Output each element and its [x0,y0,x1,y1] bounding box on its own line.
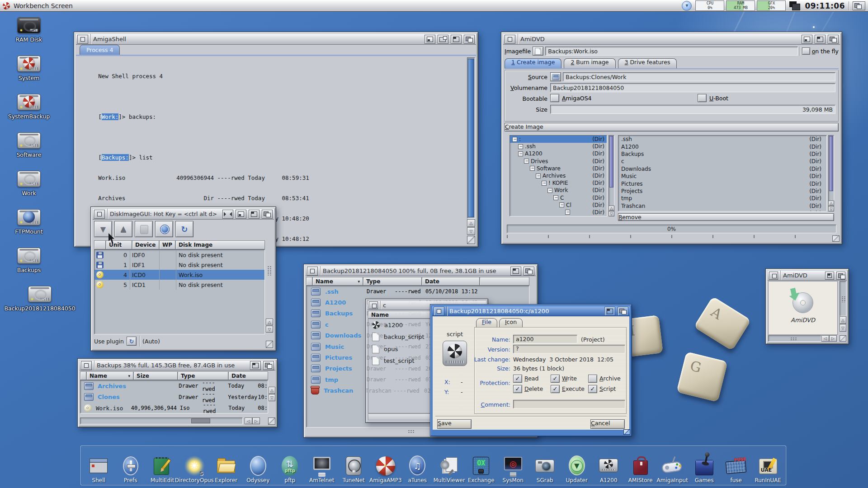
protection-checkbox[interactable]: ✓ [551,375,560,383]
device-row[interactable]: 1 IDF1 No disk present [94,260,264,270]
column-size[interactable]: Size [133,371,178,380]
device-row[interactable]: 5 ICD1 No disk present [94,280,264,290]
commodity-dropdown-icon[interactable]: ▼ [682,1,692,11]
dock-item[interactable]: ☀ 5 DirectoryOpus [179,455,210,483]
resize-gadget[interactable] [266,341,273,348]
snapshot-gadget[interactable] [222,210,233,219]
depth-gadget[interactable] [524,267,534,276]
file-list-row[interactable]: Music (Dir) [618,173,826,180]
dock-item[interactable]: ◎ SysMon [497,455,528,483]
file-list-row[interactable]: Backups (Dir) [618,150,826,158]
zoom-gadget[interactable] [249,210,259,219]
protection-checkbox[interactable]: ✓ [551,385,560,393]
screen-depth-icon[interactable] [789,1,801,10]
remove-button[interactable]: Remove [618,213,834,221]
list-scroll-down[interactable]: ▽ [828,206,834,211]
list-vscrollbar[interactable] [828,135,834,211]
dock-item[interactable]: A1200 [593,455,624,483]
dock-item[interactable]: TuneNet [338,455,369,483]
tree-expand-icon[interactable]: − [530,166,535,171]
scroll-down-button[interactable]: ▽ [467,227,475,235]
tree-expand-icon[interactable]: − [536,174,541,178]
resize-gadget[interactable] [623,429,630,435]
scroll-right-button[interactable]: ▷ [829,335,837,342]
protection-checkbox[interactable]: ✓ [513,375,522,383]
dock-item[interactable]: ▼ Updater [561,455,592,483]
protection-checkbox[interactable]: ✓ [588,375,597,383]
column-wp[interactable]: WP [159,240,175,249]
tree-row[interactable]: − C (Dir) [510,194,607,202]
dock-item[interactable]: Games [689,455,720,483]
dock-item[interactable]: Shell [83,455,114,483]
zoom-gadget[interactable] [815,35,826,44]
column-date[interactable]: Date [228,371,268,380]
backup-titlebar[interactable]: Backup20181218084050 100% full, 0B free,… [306,266,536,276]
vscrollbar[interactable] [840,281,846,316]
dock-item[interactable]: OX Exchange [466,455,497,483]
file-row[interactable]: Archives Drawer ----rwed Today 08: [80,380,268,392]
column-device[interactable]: Device [132,240,159,249]
desktop-disk-icon[interactable]: Work [4,171,54,209]
iconify-gadget[interactable] [236,210,246,219]
file-list-row[interactable]: .ssh (Dir) [618,136,826,143]
toolbar-button[interactable]: ↻ [175,221,193,237]
close-gadget[interactable] [369,301,378,309]
tree-vscrollbar[interactable] [609,135,614,216]
scroll-down-button[interactable]: ▽ [269,394,275,401]
tree-scroll-up[interactable]: △ [609,206,614,211]
close-gadget[interactable] [81,361,92,370]
desktop-disk-icon[interactable]: FTPMount [4,209,54,248]
tree-expand-icon[interactable]: − [518,144,523,149]
depth-gadget[interactable] [618,307,628,316]
bootable-amigaos4-checkbox[interactable]: ✓ [550,94,559,102]
file-list-row[interactable]: Downloads (Dir) [618,165,826,173]
bootable-uboot-checkbox[interactable]: ✓ [698,94,707,102]
desktop-disk-icon[interactable]: Software [4,132,54,171]
amidvd-tab[interactable]: 3 Drive features [618,58,677,68]
depth-gadget[interactable] [464,35,475,44]
file-row[interactable]: .ssh Drawer ----rwed 05/10/2018 13:12 [307,286,529,297]
close-gadget[interactable] [769,272,778,280]
dock-item[interactable]: AmTelnet [306,455,337,483]
resize-gadget[interactable] [832,235,840,242]
tree-row[interactable]: − (Dir) [510,209,607,216]
file-list-row[interactable]: Pictures (Dir) [618,180,826,187]
tree-expand-icon[interactable]: − [547,188,552,193]
column-unit[interactable]: Unit [106,240,132,249]
version-field[interactable]: ? [513,345,625,353]
file-list-row[interactable]: Trashcan (Dir) [618,202,826,210]
hscrollbar[interactable] [768,335,821,342]
zoom-gadget[interactable] [825,272,834,280]
imagefile-picker-button[interactable] [533,47,543,56]
dock-item[interactable]: MultiEdit [147,455,178,483]
amidvd-drawer-titlebar[interactable]: AmiDVD [768,271,847,281]
scroll-up-button[interactable]: △ [840,316,846,324]
right-border-grip[interactable] [267,266,272,276]
resize-gadget[interactable] [840,335,846,342]
scroll-right-button[interactable]: ▷ [252,418,260,424]
amidvd-titlebar[interactable]: AmiDVD [503,34,840,45]
device-list[interactable]: 0 IDF0 No disk present 1 IDF1 No disk pr… [94,249,265,334]
comment-field[interactable] [513,400,625,408]
backups-file-list[interactable]: Archives Drawer ----rwed Today 08: Clone… [80,380,268,413]
device-row[interactable]: 0 IDF0 No disk present [94,250,264,260]
volumename-field[interactable]: Backup20181218084050 [550,83,835,92]
desktop-disk-icon[interactable]: System [4,56,54,94]
dock-item[interactable]: AmigaInput [657,455,688,483]
scroll-left-button[interactable]: ◁ [245,418,252,424]
depth-gadget[interactable] [836,272,845,280]
tree-row[interactable]: − Work (Dir) [510,187,607,194]
dock-item[interactable]: Prefs [115,455,146,483]
cancel-button[interactable]: Cancel [590,419,625,429]
tree-scroll-down[interactable]: ▽ [609,211,614,216]
column-diskimage[interactable]: Disk Image [175,240,265,249]
file-row[interactable]: Work.iso 40,996,306,944 Iso ----rwed Tod… [80,403,268,413]
amidvd-app-icon[interactable] [793,292,813,313]
amidvd-tab[interactable]: 1 Create image [505,58,561,68]
dock-item[interactable]: Explorer [211,455,242,483]
scrollbar-knob[interactable] [191,418,210,423]
hscrollbar[interactable] [80,418,243,424]
protection-checkbox[interactable]: ✓ [588,385,597,393]
dock-item[interactable]: ♫ aTunes [402,455,433,483]
column-date[interactable]: Date [422,277,480,286]
